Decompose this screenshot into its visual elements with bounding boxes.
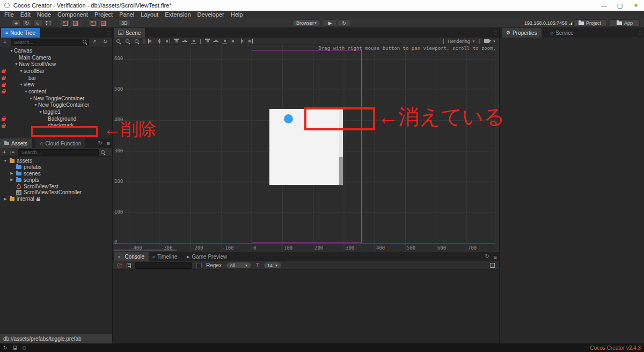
zoom-out-icon[interactable] bbox=[134, 39, 140, 44]
move-tool-button[interactable]: + bbox=[12, 19, 20, 27]
console-output[interactable] bbox=[113, 270, 499, 343]
status-refresh-icon[interactable]: ↻ bbox=[3, 345, 8, 350]
maximize-button[interactable]: ▢ bbox=[612, 0, 628, 11]
locate-node-icon[interactable]: ↗ bbox=[92, 39, 97, 44]
collapsed-arrow-icon[interactable]: ▶ bbox=[10, 178, 14, 182]
tree-node-new-scrollview[interactable]: ▼New ScrollView bbox=[0, 61, 112, 68]
open-project-button[interactable]: Project bbox=[573, 19, 606, 27]
export-log-icon[interactable]: ↓ bbox=[490, 263, 495, 268]
play-button[interactable]: ▶ bbox=[324, 19, 336, 27]
asset-prefabs[interactable]: prefabs bbox=[0, 164, 112, 171]
distribute-middle-icon[interactable] bbox=[214, 39, 218, 43]
preview-target-dropdown[interactable]: Browser ▼ bbox=[292, 19, 320, 27]
distribute-bottom-icon[interactable] bbox=[222, 39, 227, 43]
distribute-left-icon[interactable] bbox=[231, 39, 236, 43]
close-button[interactable]: × bbox=[628, 0, 644, 11]
panel-menu-icon[interactable]: ≡ bbox=[107, 30, 110, 36]
status-log-icon[interactable] bbox=[13, 346, 16, 350]
align-right-icon[interactable] bbox=[165, 39, 170, 43]
tree-node-toggle-container-2[interactable]: ▼New ToggleContainer bbox=[0, 102, 112, 109]
asset-scripts[interactable]: ▶scripts bbox=[0, 177, 112, 183]
expand-arrow-icon[interactable]: ▼ bbox=[38, 110, 43, 114]
3d-mode-button[interactable]: 3D bbox=[118, 19, 131, 27]
rect-tool-button[interactable] bbox=[44, 19, 53, 27]
tree-node-toggle1[interactable]: ▼toggle1 bbox=[0, 108, 112, 115]
expand-arrow-icon[interactable]: ▼ bbox=[9, 49, 14, 53]
tab-service[interactable]: ◇ Service bbox=[546, 28, 578, 38]
tree-node-bar[interactable]: bar bbox=[0, 75, 112, 82]
expand-arrow-icon[interactable]: ▼ bbox=[24, 90, 28, 93]
asset-search-input[interactable] bbox=[18, 149, 99, 156]
align-left-icon[interactable] bbox=[148, 39, 153, 43]
refresh-tree-icon[interactable]: ↻ bbox=[103, 39, 107, 45]
zoom-in-icon[interactable] bbox=[125, 39, 130, 44]
expand-arrow-icon[interactable]: ▼ bbox=[3, 159, 8, 163]
menu-developer[interactable]: Developer bbox=[194, 11, 228, 18]
rotate-tool-button[interactable]: ↻ bbox=[23, 19, 31, 27]
tab-node-tree[interactable]: ≡ Node Tree bbox=[1, 28, 40, 38]
asset-scrollviewtest-scene[interactable]: ScrollViewTest bbox=[0, 183, 112, 189]
distribute-top-icon[interactable] bbox=[205, 39, 210, 43]
menu-node[interactable]: Node bbox=[34, 11, 54, 18]
menu-panel[interactable]: Panel bbox=[116, 11, 137, 18]
viewport-hscrollbar[interactable] bbox=[114, 250, 177, 251]
camera-dropdown[interactable]: ▼ bbox=[484, 39, 496, 43]
log-level-dropdown[interactable]: All ▼ bbox=[226, 262, 252, 269]
minimize-button[interactable]: — bbox=[596, 0, 612, 11]
tab-game-preview[interactable]: ▶ Game Preview bbox=[182, 252, 231, 261]
tree-node-scrollbar[interactable]: ▼scrollBar bbox=[0, 68, 112, 75]
tree-node-background[interactable]: Background bbox=[0, 115, 112, 122]
expand-arrow-icon[interactable]: ▼ bbox=[28, 97, 33, 100]
rendering-dropdown[interactable]: Rendering ▼ bbox=[448, 39, 475, 44]
add-asset-button[interactable]: + bbox=[3, 149, 6, 155]
tree-node-canvas[interactable]: ▼Canvas bbox=[0, 47, 112, 54]
refresh-console-icon[interactable]: ↻ bbox=[485, 253, 489, 259]
add-node-button[interactable]: + bbox=[3, 39, 6, 45]
tab-timeline[interactable]: ≈ Timeline bbox=[148, 252, 181, 261]
regex-checkbox[interactable] bbox=[196, 263, 202, 268]
menu-extension[interactable]: Extension bbox=[162, 11, 194, 18]
asset-scrollviewtest-controller[interactable]: JSScrollViewTestController bbox=[0, 189, 112, 196]
tree-node-content[interactable]: ▼content bbox=[0, 88, 112, 95]
tree-node-view[interactable]: ▼view bbox=[0, 81, 112, 88]
collapsed-arrow-icon[interactable]: ▶ bbox=[3, 197, 8, 201]
panel-menu-icon[interactable]: ≡ bbox=[494, 30, 497, 36]
open-app-button[interactable]: App bbox=[610, 19, 640, 27]
clear-console-icon[interactable] bbox=[117, 263, 122, 268]
align-top-icon[interactable] bbox=[174, 39, 179, 43]
tab-console[interactable]: >_ Console bbox=[114, 252, 149, 261]
tab-properties[interactable]: ⚙ Properties bbox=[502, 28, 541, 38]
node-search-input[interactable] bbox=[11, 39, 89, 46]
menu-component[interactable]: Component bbox=[54, 11, 91, 18]
expand-arrow-icon[interactable]: ▼ bbox=[33, 103, 38, 107]
refresh-assets-icon[interactable]: ↻ bbox=[98, 140, 103, 146]
align-bottom-icon[interactable] bbox=[191, 39, 196, 43]
status-eye-icon[interactable] bbox=[23, 346, 26, 350]
console-filter-input[interactable] bbox=[135, 262, 192, 269]
distribute-right-icon[interactable] bbox=[248, 39, 253, 43]
font-size-dropdown[interactable]: 14 ▼ bbox=[264, 262, 282, 269]
panel-menu-icon[interactable]: ≡ bbox=[494, 254, 497, 260]
distribute-center-icon[interactable] bbox=[239, 39, 244, 43]
asset-internal[interactable]: ▶internal bbox=[0, 196, 112, 202]
open-log-file-icon[interactable] bbox=[127, 263, 131, 268]
asset-assets-root[interactable]: ▼assets bbox=[0, 158, 112, 164]
local-coord-button[interactable] bbox=[89, 19, 98, 27]
panel-menu-icon[interactable]: ≡ bbox=[107, 140, 110, 146]
anchor-button[interactable] bbox=[71, 19, 80, 27]
menu-file[interactable]: File bbox=[1, 11, 17, 18]
pivot-button[interactable] bbox=[61, 19, 70, 27]
zoom-fit-icon[interactable] bbox=[116, 39, 121, 44]
tree-node-toggle-container-1[interactable]: ▼New ToggleContainer bbox=[0, 95, 112, 102]
expand-arrow-icon[interactable]: ▼ bbox=[14, 62, 19, 66]
collapsed-arrow-icon[interactable]: ▶ bbox=[10, 171, 14, 175]
tab-assets[interactable]: Assets bbox=[0, 138, 32, 148]
panel-menu-icon[interactable]: ≡ bbox=[639, 30, 642, 36]
scene-viewport[interactable]: Drag with right mouse button to pan view… bbox=[113, 45, 499, 252]
align-center-h-icon[interactable] bbox=[157, 39, 162, 43]
tree-node-main-camera[interactable]: Main Camera bbox=[0, 54, 112, 61]
menu-project[interactable]: Project bbox=[91, 11, 116, 18]
tab-scene[interactable]: Scene bbox=[114, 28, 145, 38]
menu-edit[interactable]: Edit bbox=[17, 11, 34, 18]
menu-help[interactable]: Help bbox=[228, 11, 246, 18]
